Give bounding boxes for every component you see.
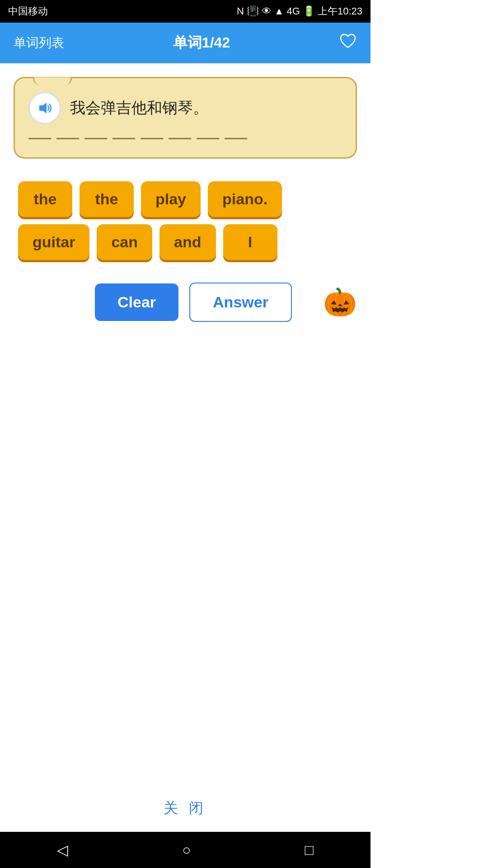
words-area: the the play piano. guitar can and I — [14, 181, 357, 260]
vibrate-icon: 📳 — [247, 5, 259, 17]
action-area: Clear Answer 🎃 — [14, 283, 357, 322]
nav-recent-button[interactable]: □ — [305, 842, 314, 859]
blank-8 — [225, 138, 247, 139]
word-button-can[interactable]: can — [97, 224, 152, 260]
page-title: 单词1/42 — [173, 33, 230, 53]
sentence-card: 我会弹吉他和钢琴。 — [14, 77, 357, 159]
blank-4 — [113, 138, 135, 139]
clear-button[interactable]: Clear — [95, 283, 178, 321]
word-button-the-1[interactable]: the — [18, 181, 72, 217]
status-icons: N 📳 👁 ▲ 4G 🔋 上午10:23 — [237, 5, 362, 18]
nav-back-button[interactable]: ◁ — [57, 841, 68, 859]
nav-home-button[interactable]: ○ — [182, 842, 191, 859]
word-button-guitar[interactable]: guitar — [18, 224, 89, 260]
word-button-and[interactable]: and — [160, 224, 216, 260]
blank-7 — [197, 138, 219, 139]
blanks-container — [28, 138, 342, 139]
word-button-the-2[interactable]: the — [80, 181, 134, 217]
eye-icon: 👁 — [262, 5, 272, 17]
pumpkin-decoration: 🎃 — [323, 286, 357, 318]
time-label: 上午10:23 — [318, 5, 362, 18]
status-bar: 中国移动 N 📳 👁 ▲ 4G 🔋 上午10:23 — [0, 0, 371, 23]
header: 单词列表 单词1/42 — [0, 23, 371, 63]
back-button[interactable]: 单词列表 — [14, 34, 64, 52]
speaker-button[interactable] — [28, 92, 61, 124]
bottom-nav: ◁ ○ □ — [0, 832, 371, 868]
close-area: 关 闭 — [164, 798, 207, 832]
battery-icon: 🔋 — [303, 5, 315, 17]
speaker-icon — [36, 99, 54, 117]
blank-6 — [169, 138, 191, 139]
svg-marker-0 — [39, 103, 47, 113]
chinese-sentence: 我会弹吉他和钢琴。 — [70, 98, 208, 118]
wifi-icon: ▲ — [274, 5, 284, 17]
sentence-top: 我会弹吉他和钢琴。 — [28, 92, 342, 124]
word-button-play[interactable]: play — [141, 181, 201, 217]
favorite-button[interactable] — [339, 32, 357, 54]
answer-button[interactable]: Answer — [189, 283, 292, 322]
signal-icon: 4G — [287, 5, 300, 17]
carrier-label: 中国移动 — [8, 5, 48, 18]
blank-5 — [141, 138, 163, 139]
close-button[interactable]: 关 闭 — [164, 798, 207, 818]
blank-3 — [84, 138, 107, 139]
nfc-icon: N — [237, 5, 244, 17]
blank-1 — [28, 138, 51, 139]
word-button-piano[interactable]: piano. — [208, 181, 282, 217]
word-button-i[interactable]: I — [223, 224, 277, 260]
main-content: 我会弹吉他和钢琴。 the the play piano. guitar can… — [0, 63, 371, 832]
blank-2 — [56, 138, 79, 139]
